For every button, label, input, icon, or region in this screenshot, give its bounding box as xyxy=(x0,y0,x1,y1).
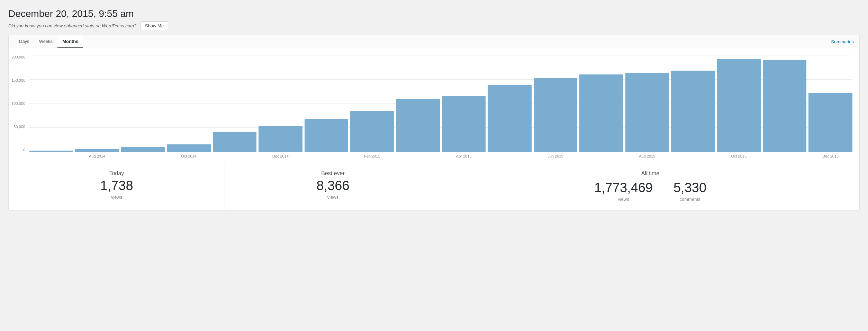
tabs-header: Days Weeks Months Summaries xyxy=(9,35,859,48)
x-label: Apr 2015 xyxy=(442,154,486,158)
bar[interactable] xyxy=(579,74,623,152)
x-label xyxy=(305,154,348,158)
today-sub: views xyxy=(16,195,218,200)
bar[interactable] xyxy=(534,78,577,152)
bar[interactable] xyxy=(29,151,73,152)
stats-row: Today 1,738 views Best ever 8,366 views … xyxy=(9,162,859,210)
bar[interactable] xyxy=(305,119,348,152)
today-stat: Today 1,738 views xyxy=(9,162,225,210)
bar[interactable] xyxy=(442,96,486,152)
x-label xyxy=(29,154,73,158)
bar[interactable] xyxy=(763,60,806,152)
x-label: Oct 2014 xyxy=(167,154,210,158)
x-label: Oct 2015 xyxy=(717,154,761,158)
x-label: Aug 2014 xyxy=(75,154,119,158)
x-label xyxy=(671,154,715,158)
bar-group xyxy=(75,55,119,152)
all-time-comments: 5,330 comments xyxy=(673,181,706,202)
all-time-label: All time xyxy=(594,170,706,177)
all-time-comments-value: 5,330 xyxy=(673,181,706,195)
best-ever-value: 8,366 xyxy=(232,179,434,193)
x-label xyxy=(763,154,806,158)
enhanced-stats-text: Did you know you can view enhanced stats… xyxy=(8,23,136,28)
bar-group xyxy=(671,55,715,152)
tab-months[interactable]: Months xyxy=(57,35,83,48)
today-value: 1,738 xyxy=(16,179,218,193)
bar[interactable] xyxy=(75,149,119,152)
y-axis-label: 150,000 xyxy=(9,78,25,82)
bar-group xyxy=(305,55,348,152)
x-label xyxy=(121,154,165,158)
bar[interactable] xyxy=(350,111,394,152)
x-label xyxy=(488,154,531,158)
y-axis-label: 100,000 xyxy=(9,101,25,106)
x-label: Jun 2015 xyxy=(534,154,577,158)
x-label: Aug 2015 xyxy=(625,154,669,158)
all-time-comments-sub: comments xyxy=(673,197,706,202)
bar[interactable] xyxy=(488,85,531,152)
bar-group xyxy=(808,55,852,152)
bar[interactable] xyxy=(717,59,761,152)
bar[interactable] xyxy=(671,71,715,152)
best-ever-sub: views xyxy=(232,195,434,200)
x-label: Dec 2015 xyxy=(808,154,852,158)
summaries-link[interactable]: Summaries xyxy=(831,39,854,44)
bar-group xyxy=(763,55,806,152)
all-time-section: All time 1,773,469 views 5,330 comments xyxy=(594,170,706,202)
bar-group xyxy=(442,55,486,152)
all-time-stat: All time 1,773,469 views 5,330 comments xyxy=(441,162,859,210)
bar-group xyxy=(213,55,256,152)
bar[interactable] xyxy=(396,99,440,152)
show-me-button[interactable]: Show Me xyxy=(141,21,168,30)
x-label xyxy=(213,154,256,158)
stats-panel: Days Weeks Months Summaries Aug 2014Oct … xyxy=(8,35,860,211)
best-ever-label: Best ever xyxy=(232,170,434,177)
y-axis-label: 200,000 xyxy=(9,55,25,59)
enhanced-stats-bar: Did you know you can view enhanced stats… xyxy=(8,21,860,30)
y-axis-label: 50,000 xyxy=(9,125,25,129)
bar-group xyxy=(717,55,761,152)
bar-group xyxy=(29,55,73,152)
all-time-views-sub: views xyxy=(594,197,653,202)
bar[interactable] xyxy=(808,93,852,152)
tab-weeks[interactable]: Weeks xyxy=(34,35,58,48)
bar-group xyxy=(167,55,210,152)
chart-area: Aug 2014Oct 2014Dec 2014Feb 2015Apr 2015… xyxy=(9,48,859,162)
tab-days[interactable]: Days xyxy=(14,35,34,48)
all-time-views-value: 1,773,469 xyxy=(594,181,653,195)
bar-group xyxy=(121,55,165,152)
today-label: Today xyxy=(16,170,218,177)
bar-group xyxy=(488,55,531,152)
x-label xyxy=(579,154,623,158)
y-axis-label: 0 xyxy=(9,148,25,152)
page-title: December 20, 2015, 9:55 am xyxy=(8,8,860,19)
bars-container xyxy=(29,55,852,152)
all-time-views: 1,773,469 views xyxy=(594,181,653,202)
bar[interactable] xyxy=(167,144,210,152)
x-labels: Aug 2014Oct 2014Dec 2014Feb 2015Apr 2015… xyxy=(29,152,852,162)
best-ever-stat: Best ever 8,366 views xyxy=(225,162,441,210)
bar-group xyxy=(625,55,669,152)
bar-group xyxy=(534,55,577,152)
bar[interactable] xyxy=(213,132,256,152)
bar-group xyxy=(579,55,623,152)
x-label: Dec 2014 xyxy=(259,154,302,158)
bar-group xyxy=(396,55,440,152)
bar-group xyxy=(350,55,394,152)
x-label: Feb 2015 xyxy=(350,154,394,158)
bar[interactable] xyxy=(259,126,302,152)
bar[interactable] xyxy=(121,147,165,152)
bar[interactable] xyxy=(625,73,669,152)
bar-group xyxy=(259,55,302,152)
y-axis-labels: 200,000150,000100,00050,0000 xyxy=(9,55,27,152)
chart-wrapper xyxy=(29,55,852,152)
x-label xyxy=(396,154,440,158)
